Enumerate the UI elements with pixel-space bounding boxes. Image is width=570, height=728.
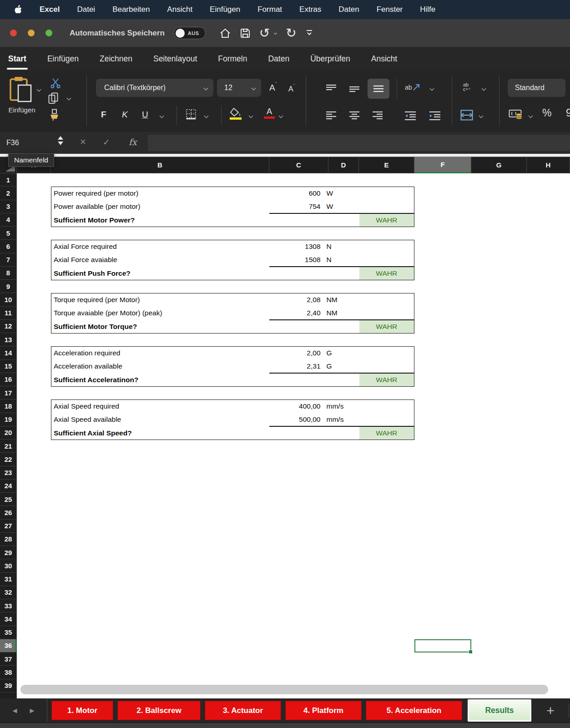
enter-icon[interactable]: ✓ [103,137,110,147]
menubar-item-excel[interactable]: Excel [40,5,60,14]
result-cell-wahr[interactable]: WAHR [359,374,414,386]
name-box-spinner[interactable] [58,136,63,145]
percent-style-button[interactable]: % [542,107,551,119]
formula-input[interactable] [148,135,570,151]
row-header-24[interactable]: 24 [0,480,16,493]
home-icon[interactable] [219,28,231,39]
row-header-37[interactable]: 37 [0,652,16,666]
grow-font-button[interactable]: Aˆ [269,81,277,93]
next-sheet-icon[interactable]: ▶ [30,707,35,714]
prev-sheet-icon[interactable]: ◀ [13,707,17,714]
insert-function-icon[interactable]: fx [129,137,137,147]
row-header-31[interactable]: 31 [0,573,16,586]
sheet-tab-platform[interactable]: 4. Platform [285,701,362,720]
undo-icon[interactable]: ↺ [259,27,270,40]
cell-label[interactable]: Axial Force required [51,243,267,251]
menubar-item-datei[interactable]: Datei [77,5,95,14]
cell-label[interactable]: Torque required (per Motor) [51,296,267,304]
cell-value[interactable]: 1508 [267,256,323,264]
row-header-33[interactable]: 33 [0,599,16,612]
ribbon-tab-start[interactable]: Start [8,54,26,64]
cell-label[interactable]: Acceleration required [51,349,267,357]
cell-value[interactable]: 400,00 [267,402,323,410]
sheet-tab-results-active[interactable]: Results [468,699,531,722]
menubar-item-hilfe[interactable]: Hilfe [420,5,435,14]
number-format-select[interactable]: Standard [508,79,565,97]
row-header-29[interactable]: 29 [0,546,16,559]
menubar-item-ansicht[interactable]: Ansicht [167,5,192,14]
sheet-tab-actuator[interactable]: 3. Actuator [205,701,281,720]
row-header-7[interactable]: 7 [0,253,16,267]
font-color-button[interactable]: A [264,107,275,119]
row-header-13[interactable]: 13 [0,333,16,346]
row-header-16[interactable]: 16 [0,373,16,386]
result-block-acceleration[interactable]: Acceleration required 2,00 G Acceleratio… [51,346,414,387]
row-header-26[interactable]: 26 [0,506,16,519]
column-header-b[interactable]: B [51,157,269,173]
column-header-h[interactable]: H [527,157,570,173]
menubar-item-bearbeiten[interactable]: Bearbeiten [112,5,150,14]
add-sheet-button[interactable]: + [539,701,562,720]
close-window-button[interactable] [10,30,17,36]
cell-unit[interactable]: mm/s [323,402,351,410]
row-header-2[interactable]: 2 [0,187,16,200]
name-box[interactable]: F36 [6,132,19,154]
row-header-15[interactable]: 15 [0,360,16,373]
result-block-motor-torque[interactable]: Torque required (per Motor) 2,08 NM Torq… [51,293,414,334]
result-block-push-force[interactable]: Axial Force required 1308 N Axial Force … [51,240,414,280]
menubar-item-einfuegen[interactable]: Einfügen [210,5,240,14]
cell-value[interactable]: 2,08 [267,296,323,304]
italic-button[interactable]: K [122,110,128,120]
column-header-e[interactable]: E [359,157,414,173]
align-top-button[interactable] [325,83,337,94]
menubar-item-fenster[interactable]: Fenster [377,5,403,14]
fill-color-chevron-icon[interactable] [249,114,253,118]
ribbon-tab-daten[interactable]: Daten [268,54,289,64]
row-header-20[interactable]: 20 [0,426,16,440]
ribbon-tab-einfuegen[interactable]: Einfügen [47,54,79,64]
cell-unit[interactable]: NM [323,309,351,317]
cell-unit[interactable]: W [323,202,351,211]
cell-value[interactable]: 2,00 [267,349,323,357]
shrink-font-button[interactable]: Aˇ [288,83,295,93]
row-header-21[interactable]: 21 [0,440,16,453]
row-header-19[interactable]: 19 [0,413,16,426]
cut-icon[interactable] [50,78,61,89]
table-row[interactable]: Axial Speed required 400,00 mm/s [51,400,414,413]
row-header-39[interactable]: 39 [0,679,16,693]
cell-unit[interactable]: NM [323,296,351,304]
font-color-chevron-icon[interactable] [279,114,283,118]
menubar-item-extras[interactable]: Extras [299,5,321,14]
ribbon-tab-ansicht[interactable]: Ansicht [371,54,397,64]
sheet-tab-ballscrew[interactable]: 2. Ballscrew [117,701,201,720]
row-header-30[interactable]: 30 [0,559,16,572]
zoom-window-button[interactable] [45,30,52,36]
ribbon-tab-ueberpruefen[interactable]: Überprüfen [310,54,350,64]
column-header-g[interactable]: G [471,157,527,173]
cell-value[interactable]: 500,00 [267,415,323,424]
underline-chevron-icon[interactable] [160,114,164,118]
align-bottom-button-active[interactable] [368,79,389,99]
wrap-text-chevron-icon[interactable] [482,86,486,91]
cell-unit[interactable]: G [323,362,351,370]
row-header-23[interactable]: 23 [0,466,16,480]
row-header-36[interactable]: 36 [0,639,16,652]
spinner-down-icon[interactable] [58,142,63,145]
row-header-38[interactable]: 38 [0,666,16,679]
row-header-28[interactable]: 28 [0,533,16,546]
row-header-14[interactable]: 14 [0,346,16,359]
spreadsheet-grid[interactable]: 1234567891011121314151617181920212223242… [0,173,570,698]
copy-dropdown-chevron-icon[interactable] [67,96,71,101]
cell-value[interactable]: 2,40 [267,309,323,317]
table-row[interactable]: Acceleration required 2,00 G [51,347,414,360]
result-block-motor-power[interactable]: Power required (per motor) 600 W Power a… [51,187,414,227]
result-cell-wahr[interactable]: WAHR [359,267,414,280]
align-middle-button[interactable] [348,83,360,94]
selected-cell-f36[interactable] [414,639,471,652]
merge-cells-button[interactable] [460,110,473,121]
row-header-3[interactable]: 3 [0,200,16,213]
cell-label[interactable]: Acceleration available [51,362,267,370]
increase-indent-button[interactable] [429,111,441,121]
autosave-toggle[interactable]: AUS [174,27,206,39]
row-header-4[interactable]: 4 [0,213,16,227]
